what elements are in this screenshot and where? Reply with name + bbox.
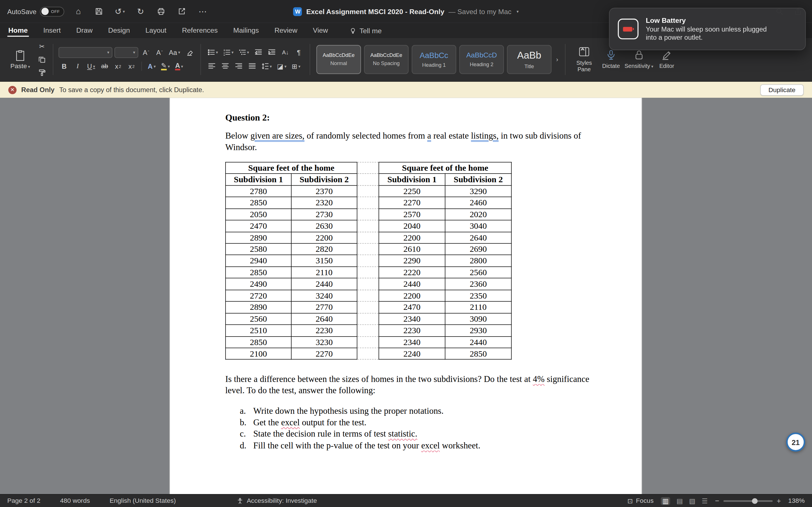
duplicate-button[interactable]: Duplicate <box>760 84 804 95</box>
show-formatting-button[interactable]: ¶ <box>293 47 305 58</box>
highlight-color-button[interactable]: ✎▾ <box>160 61 171 72</box>
autosave-toggle[interactable]: OFF <box>40 6 64 16</box>
print-icon[interactable] <box>154 5 168 18</box>
table-cell: 2690 <box>445 243 511 255</box>
strikethrough-button[interactable]: ab <box>99 61 110 72</box>
outline-view-icon[interactable]: ▧ <box>689 497 696 505</box>
tab-insert[interactable]: Insert <box>42 26 62 38</box>
group-header-left: Square feet of the home <box>225 162 357 174</box>
print-layout-view-icon[interactable]: ▥ <box>661 497 670 505</box>
redo-icon[interactable]: ↻ <box>134 5 147 18</box>
style-title[interactable]: AaBb Title <box>507 45 552 74</box>
align-center-button[interactable] <box>220 61 231 72</box>
tab-view[interactable]: View <box>312 26 329 38</box>
tab-mailings[interactable]: Mailings <box>232 26 260 38</box>
low-battery-notification[interactable]: Low Battery Your Mac will sleep soon unl… <box>609 8 806 50</box>
table-cell: 2250 <box>379 185 445 197</box>
copy-button[interactable] <box>36 54 48 65</box>
page-indicator[interactable]: Page 2 of 2 <box>7 497 40 504</box>
cut-button[interactable]: ✂ <box>36 41 48 52</box>
clear-formatting-button[interactable] <box>184 47 195 58</box>
superscript-button[interactable]: x2 <box>126 61 137 72</box>
style-normal[interactable]: AaBbCcDdEe Normal <box>316 45 361 74</box>
style-no-spacing[interactable]: AaBbCcDdEe No Spacing <box>364 45 409 74</box>
style-heading-2[interactable]: AaBbCcD Heading 2 <box>459 45 504 74</box>
italic-button[interactable]: I <box>72 61 83 72</box>
read-only-message: To save a copy of this document, click D… <box>59 86 204 94</box>
format-painter-button[interactable] <box>36 67 48 78</box>
tab-design[interactable]: Design <box>107 26 131 38</box>
shading-button[interactable]: ◪▾ <box>275 61 288 72</box>
col-header: Subdivision 2 <box>291 174 357 185</box>
numbering-button[interactable]: ▾ <box>221 47 235 58</box>
home-icon[interactable]: ⌂ <box>71 5 85 18</box>
tab-layout[interactable]: Layout <box>144 26 167 38</box>
underline-button[interactable]: U▾ <box>86 61 97 72</box>
align-left-button[interactable] <box>206 61 217 72</box>
dictate-button[interactable]: Dictate <box>598 49 625 69</box>
table-cell: 2780 <box>225 185 291 197</box>
font-color-button[interactable]: A▾ <box>173 61 185 72</box>
hidden-gridline-cell <box>357 209 378 220</box>
table-cell: 2360 <box>445 278 511 290</box>
save-icon[interactable] <box>93 5 106 18</box>
grow-font-button[interactable]: Aˆ <box>140 47 152 58</box>
zoom-out-icon[interactable]: − <box>715 497 719 505</box>
title-dropdown-icon[interactable]: ▾ <box>516 9 518 14</box>
line-spacing-button[interactable]: ▾ <box>260 61 273 72</box>
justify-icon <box>248 62 256 70</box>
decrease-indent-button[interactable] <box>253 47 264 58</box>
increase-indent-button[interactable] <box>266 47 277 58</box>
accessibility-button[interactable]: Accessibility: Investigate <box>237 497 317 504</box>
gallery-expand-icon[interactable]: › <box>555 55 560 63</box>
subscript-button[interactable]: x2 <box>112 61 124 72</box>
table-row: 2470263020403040 <box>225 220 511 232</box>
hidden-gridline-cell <box>357 197 378 209</box>
tab-draw[interactable]: Draw <box>75 26 94 38</box>
multilevel-list-button[interactable]: ▾ <box>237 47 251 58</box>
intro-paragraph: Below given are sizes, of randomly selec… <box>225 130 589 153</box>
draft-view-icon[interactable]: ☰ <box>702 497 708 505</box>
shrink-font-button[interactable]: Aˇ <box>154 47 165 58</box>
tab-review[interactable]: Review <box>273 26 299 38</box>
zoom-in-icon[interactable]: + <box>777 497 781 505</box>
undo-dropdown-icon[interactable]: ▾ <box>123 9 124 14</box>
paste-button[interactable]: Paste▾ <box>7 47 33 71</box>
zoom-slider-thumb[interactable] <box>752 498 758 504</box>
grammar-score-badge[interactable]: 21 <box>786 433 805 452</box>
table-cell: 3290 <box>445 185 511 197</box>
font-size-select[interactable]: ▾ <box>114 47 138 58</box>
change-case-button[interactable]: Aa▾ <box>167 47 182 58</box>
style-heading-1[interactable]: AaBbCc Heading 1 <box>412 45 456 74</box>
table-cell: 2640 <box>291 313 357 325</box>
text-effects-button[interactable]: A▾ <box>146 61 157 72</box>
document-page[interactable]: Question 2: Below given are sizes, of ra… <box>169 98 642 494</box>
word-count[interactable]: 480 words <box>60 497 90 504</box>
read-only-icon: ✕ <box>8 86 16 94</box>
table-cell: 2640 <box>445 232 511 243</box>
table-cell: 3040 <box>445 220 511 232</box>
edit-document-icon[interactable] <box>175 5 189 18</box>
sensitivity-button[interactable]: Sensitivity▾ <box>624 49 653 69</box>
tab-references[interactable]: References <box>181 26 219 38</box>
web-layout-view-icon[interactable]: ▤ <box>676 497 683 505</box>
styles-pane-button[interactable]: Styles Pane <box>571 46 598 72</box>
zoom-slider[interactable] <box>723 500 772 502</box>
borders-button[interactable]: ⊞▾ <box>290 61 302 72</box>
tab-home[interactable]: Home <box>7 26 29 38</box>
table-cell: 2470 <box>379 301 445 313</box>
table-cell: 2200 <box>379 290 445 301</box>
bold-button[interactable]: B <box>59 61 70 72</box>
language-indicator[interactable]: English (United States) <box>110 497 176 504</box>
focus-button[interactable]: ⊡ Focus <box>627 497 654 505</box>
align-right-button[interactable] <box>233 61 244 72</box>
more-icon[interactable]: ⋯ <box>196 5 209 18</box>
editor-button[interactable]: Editor <box>653 49 680 69</box>
bullets-button[interactable]: ▾ <box>206 47 220 58</box>
sort-button[interactable]: A↓ <box>280 47 291 58</box>
justify-button[interactable] <box>246 61 258 72</box>
font-name-select[interactable]: ▾ <box>59 47 112 58</box>
undo-icon[interactable]: ↺▾ <box>113 5 126 18</box>
zoom-level[interactable]: 138% <box>788 497 805 504</box>
tell-me-button[interactable]: Tell me <box>350 27 382 38</box>
